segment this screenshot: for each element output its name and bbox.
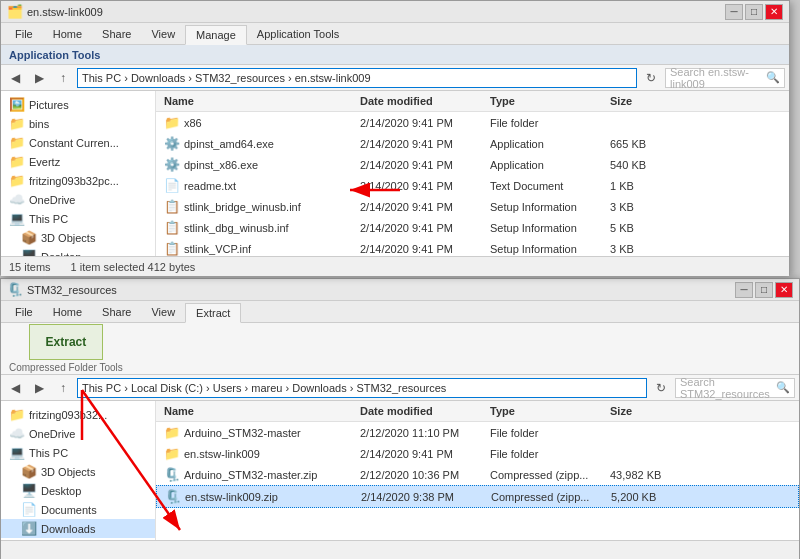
maximize-button[interactable]: □ (745, 4, 763, 20)
bottom-col-header-name[interactable]: Name (156, 403, 356, 419)
bottom-tab-home[interactable]: Home (43, 302, 92, 322)
close-button[interactable]: ✕ (765, 4, 783, 20)
sidebar-item-desktop[interactable]: 🖥️ Desktop (1, 247, 155, 256)
top-file-size: 5 KB (606, 220, 666, 236)
bottom-file-size: 5,200 KB (607, 489, 667, 505)
bottom-file-row[interactable]: 📁 Arduino_STM32-master 2/12/2020 11:10 P… (156, 422, 799, 443)
file-name-text: stlink_VCP.inf (184, 243, 251, 255)
bottom-sidebar-thispc[interactable]: 💻 This PC (1, 443, 155, 462)
sidebar-item-fritzing[interactable]: 📁 fritzing093b32pc... (1, 171, 155, 190)
forward-button[interactable]: ▶ (29, 68, 49, 88)
bottom-maximize-button[interactable]: □ (755, 282, 773, 298)
bottom-sidebar-music[interactable]: 🎵 Music (1, 538, 155, 540)
bottom-sidebar-3dobjects[interactable]: 📦 3D Objects (1, 462, 155, 481)
minimize-button[interactable]: ─ (725, 4, 743, 20)
top-file-row[interactable]: 📋 stlink_VCP.inf 2/14/2020 9:41 PM Setup… (156, 238, 789, 256)
bottom-file-icon: 🗜️ (165, 489, 181, 504)
tab-application-tools[interactable]: Application Tools (247, 24, 349, 44)
bottom-file-name-text: Arduino_STM32-master.zip (184, 469, 317, 481)
top-file-row[interactable]: ⚙️ dpinst_x86.exe 2/14/2020 9:41 PM Appl… (156, 154, 789, 175)
top-file-row[interactable]: 📋 stlink_bridge_winusb.inf 2/14/2020 9:4… (156, 196, 789, 217)
bottom-file-name: 🗜️ Arduino_STM32-master.zip (156, 465, 356, 484)
bottom-label-3dobjects: 3D Objects (41, 466, 95, 478)
top-file-date: 2/14/2020 9:41 PM (356, 199, 486, 215)
bottom-tab-share[interactable]: Share (92, 302, 141, 322)
top-file-size: 540 KB (606, 157, 666, 173)
bottom-back-button[interactable]: ◀ (5, 378, 25, 398)
bottom-sidebar-documents[interactable]: 📄 Documents (1, 500, 155, 519)
bottom-forward-button[interactable]: ▶ (29, 378, 49, 398)
bottom-minimize-button[interactable]: ─ (735, 282, 753, 298)
bottom-file-icon: 📁 (164, 425, 180, 440)
bottom-ribbon-content: Extract Compressed Folder Tools (1, 323, 799, 375)
sidebar-item-3dobjects[interactable]: 📦 3D Objects (1, 228, 155, 247)
col-header-size[interactable]: Size (606, 93, 666, 109)
file-icon: ⚙️ (164, 157, 180, 172)
top-file-date: 2/14/2020 9:41 PM (356, 157, 486, 173)
bottom-tab-extract[interactable]: Extract (185, 303, 241, 323)
file-icon: 📋 (164, 199, 180, 214)
fritzing-icon: 📁 (9, 173, 25, 188)
sidebar-item-bins[interactable]: 📁 bins (1, 114, 155, 133)
bottom-file-icon: 🗜️ (164, 467, 180, 482)
bottom-file-row[interactable]: 📁 en.stsw-link009 2/14/2020 9:41 PM File… (156, 443, 799, 464)
sidebar-item-evertz[interactable]: 📁 Evertz (1, 152, 155, 171)
bottom-address-path[interactable]: This PC › Local Disk (C:) › Users › mare… (77, 378, 647, 398)
bottom-close-button[interactable]: ✕ (775, 282, 793, 298)
bottom-tab-file[interactable]: File (5, 302, 43, 322)
top-file-size: 665 KB (606, 136, 666, 152)
bottom-label-desktop: Desktop (41, 485, 81, 497)
bottom-file-row[interactable]: 🗜️ Arduino_STM32-master.zip 2/12/2020 10… (156, 464, 799, 485)
sidebar-item-thispc[interactable]: 💻 This PC (1, 209, 155, 228)
bottom-col-header-size[interactable]: Size (606, 403, 666, 419)
bottom-refresh-button[interactable]: ↻ (651, 378, 671, 398)
bins-icon: 📁 (9, 116, 25, 131)
col-header-date[interactable]: Date modified (356, 93, 486, 109)
address-path[interactable]: This PC › Downloads › STM32_resources › … (77, 68, 637, 88)
col-header-type[interactable]: Type (486, 93, 606, 109)
top-file-row[interactable]: 📁 x86 2/14/2020 9:41 PM File folder (156, 112, 789, 133)
bottom-sidebar-downloads[interactable]: ⬇️ Downloads (1, 519, 155, 538)
bottom-sidebar-fritzing[interactable]: 📁 fritzing093b32... (1, 405, 155, 424)
sidebar-label-constant: Constant Curren... (29, 137, 119, 149)
top-window-title: en.stsw-link009 (27, 6, 725, 18)
col-header-name[interactable]: Name (156, 93, 356, 109)
extract-button[interactable]: Extract (29, 324, 104, 360)
top-file-type: Setup Information (486, 220, 606, 236)
bottom-up-button[interactable]: ↑ (53, 378, 73, 398)
tab-home[interactable]: Home (43, 24, 92, 44)
bottom-file-date: 2/14/2020 9:38 PM (357, 489, 487, 505)
bottom-tab-view[interactable]: View (141, 302, 185, 322)
bottom-search-box[interactable]: Search STM32_resources 🔍 (675, 378, 795, 398)
bottom-sidebar-desktop[interactable]: 🖥️ Desktop (1, 481, 155, 500)
sidebar-label-onedrive: OneDrive (29, 194, 75, 206)
back-button[interactable]: ◀ (5, 68, 25, 88)
bottom-col-header-type[interactable]: Type (486, 403, 606, 419)
top-title-bar: 🗂️ en.stsw-link009 ─ □ ✕ (1, 1, 789, 23)
tab-file[interactable]: File (5, 24, 43, 44)
bottom-3dobjects-icon: 📦 (21, 464, 37, 479)
tab-view[interactable]: View (141, 24, 185, 44)
top-file-row[interactable]: 📋 stlink_dbg_winusb.inf 2/14/2020 9:41 P… (156, 217, 789, 238)
bottom-label-fritzing: fritzing093b32... (29, 409, 107, 421)
top-file-row[interactable]: ⚙️ dpinst_amd64.exe 2/14/2020 9:41 PM Ap… (156, 133, 789, 154)
sidebar-item-onedrive[interactable]: ☁️ OneDrive (1, 190, 155, 209)
application-tools-bar: Application Tools (1, 45, 789, 65)
bottom-address-bar: ◀ ▶ ↑ This PC › Local Disk (C:) › Users … (1, 375, 799, 401)
top-file-list: Name Date modified Type Size 📁 x86 2/14/… (156, 91, 789, 256)
sidebar-item-pictures[interactable]: 🖼️ Pictures (1, 95, 155, 114)
sidebar-item-constant[interactable]: 📁 Constant Curren... (1, 133, 155, 152)
up-button[interactable]: ↑ (53, 68, 73, 88)
top-sidebar: 🖼️ Pictures 📁 bins 📁 Constant Curren... … (1, 91, 156, 256)
file-name-text: dpinst_amd64.exe (184, 138, 274, 150)
search-box[interactable]: Search en.stsw-link009 🔍 (665, 68, 785, 88)
bottom-file-row[interactable]: 🗜️ en.stsw-link009.zip 2/14/2020 9:38 PM… (156, 485, 799, 508)
tab-manage[interactable]: Manage (185, 25, 247, 45)
top-file-row[interactable]: 📄 readme.txt 2/14/2020 9:41 PM Text Docu… (156, 175, 789, 196)
bottom-col-header-date[interactable]: Date modified (356, 403, 486, 419)
top-file-name: 📁 x86 (156, 113, 356, 132)
tab-share[interactable]: Share (92, 24, 141, 44)
refresh-button[interactable]: ↻ (641, 68, 661, 88)
bottom-sidebar-onedrive[interactable]: ☁️ OneDrive (1, 424, 155, 443)
bottom-file-size (606, 452, 666, 456)
